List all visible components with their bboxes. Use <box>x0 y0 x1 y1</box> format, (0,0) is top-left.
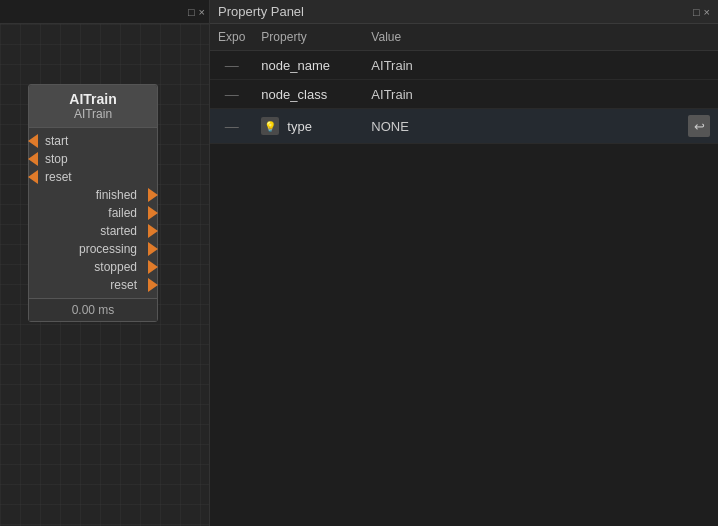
stopped-port-label: stopped <box>29 260 141 274</box>
value-cell-node-name: AITrain <box>363 51 718 80</box>
right-panel-header: Property Panel □ × <box>210 0 718 24</box>
right-panel: Property Panel □ × Expo Property Value — <box>210 0 718 526</box>
property-cell-type: 💡 type <box>253 109 363 144</box>
left-maximize-button[interactable]: □ <box>188 6 195 18</box>
finished-port-arrow <box>148 188 158 202</box>
failed-port-label: failed <box>29 206 141 220</box>
left-panel-header: □ × <box>0 0 209 24</box>
property-cell-node-name: node_name <box>253 51 363 80</box>
col-property: Property <box>253 24 363 51</box>
port-reset-out[interactable]: reset <box>29 276 157 294</box>
reset-out-port-arrow <box>148 278 158 292</box>
reset-in-port-label: reset <box>45 170 72 184</box>
table-row: — node_name AITrain <box>210 51 718 80</box>
stop-port-label: stop <box>45 152 68 166</box>
reset-out-port-label: reset <box>29 278 141 292</box>
node-title-area: AITrain AITrain <box>29 85 157 128</box>
value-cell-node-class: AITrain <box>363 80 718 109</box>
expo-cell-node-class: — <box>210 80 253 109</box>
left-panel: □ × AITrain AITrain start stop <box>0 0 210 526</box>
port-start[interactable]: start <box>29 132 157 150</box>
property-cell-node-class: node_class <box>253 80 363 109</box>
type-value-container: NONE ↩ <box>371 115 710 137</box>
port-processing[interactable]: processing <box>29 240 157 258</box>
right-maximize-button[interactable]: □ <box>693 6 700 18</box>
table-row-type: — 💡 type NONE ↩ <box>210 109 718 144</box>
property-table-container: Expo Property Value — node_name AITrain <box>210 24 718 526</box>
node-title: AITrain <box>37 91 149 107</box>
reset-in-port-arrow <box>28 170 38 184</box>
start-port-arrow <box>28 134 38 148</box>
right-panel-controls: □ × <box>693 6 710 18</box>
port-stopped[interactable]: stopped <box>29 258 157 276</box>
started-port-arrow <box>148 224 158 238</box>
right-close-button[interactable]: × <box>704 6 710 18</box>
col-expo: Expo <box>210 24 253 51</box>
node-subtitle: AITrain <box>37 107 149 121</box>
table-row: — node_class AITrain <box>210 80 718 109</box>
processing-port-arrow <box>148 242 158 256</box>
left-close-button[interactable]: × <box>199 6 205 18</box>
port-stop[interactable]: stop <box>29 150 157 168</box>
stopped-port-arrow <box>148 260 158 274</box>
expo-cell-type: — <box>210 109 253 144</box>
table-header: Expo Property Value <box>210 24 718 51</box>
col-value: Value <box>363 24 718 51</box>
value-cell-type[interactable]: NONE ↩ <box>363 109 718 144</box>
property-table: Expo Property Value — node_name AITrain <box>210 24 718 144</box>
panel-title: Property Panel <box>218 4 304 19</box>
light-icon: 💡 <box>261 117 279 135</box>
processing-port-label: processing <box>29 242 141 256</box>
failed-port-arrow <box>148 206 158 220</box>
left-panel-controls: □ × <box>188 6 205 18</box>
node-box[interactable]: AITrain AITrain start stop reset <box>28 84 158 322</box>
node-timing: 0.00 ms <box>29 298 157 321</box>
port-failed[interactable]: failed <box>29 204 157 222</box>
stop-port-arrow <box>28 152 38 166</box>
expo-cell-node-name: — <box>210 51 253 80</box>
finished-port-label: finished <box>29 188 141 202</box>
node-canvas: AITrain AITrain start stop reset <box>0 24 209 526</box>
node-body: start stop reset finished failed <box>29 128 157 298</box>
table-body: — node_name AITrain — node_class <box>210 51 718 144</box>
started-port-label: started <box>29 224 141 238</box>
port-reset-in[interactable]: reset <box>29 168 157 186</box>
return-icon[interactable]: ↩ <box>688 115 710 137</box>
port-finished[interactable]: finished <box>29 186 157 204</box>
port-started[interactable]: started <box>29 222 157 240</box>
start-port-label: start <box>45 134 68 148</box>
